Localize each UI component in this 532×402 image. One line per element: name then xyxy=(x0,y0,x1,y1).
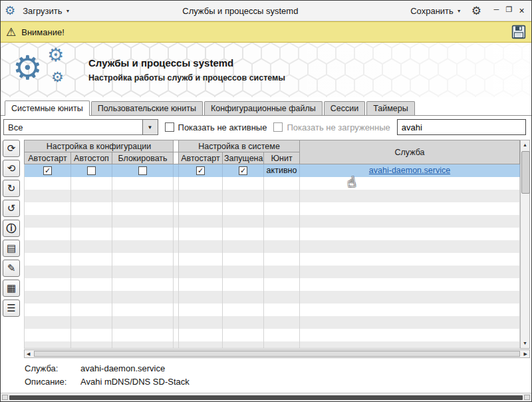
group-header-system: Настройка в системе xyxy=(179,140,300,152)
close-button[interactable]: × xyxy=(516,5,527,16)
scroll-right-icon[interactable]: ▶ xyxy=(524,351,527,357)
table-row-empty xyxy=(25,177,520,190)
main-area: ⟳ ⟲ ↻ ↺ ⓘ ▤ ✎ ▦ ☰ xyxy=(1,138,531,358)
service-link[interactable]: avahi-daemon.service xyxy=(369,166,450,175)
page-title: Службы и процессы systemd xyxy=(88,57,285,69)
table-row-avahi[interactable]: ✓ ✓ ✓ активно avahi-daemon.service xyxy=(25,164,520,177)
start-button[interactable]: ↻ xyxy=(3,180,20,197)
window-bottom-scrollbar[interactable] xyxy=(1,393,531,401)
checkbox-icon xyxy=(273,122,283,132)
unit-filter-select[interactable]: Все ▼ xyxy=(3,119,158,135)
column-header-running[interactable]: Запущена xyxy=(223,152,264,164)
autostart-config-checkbox[interactable]: ✓ xyxy=(43,166,52,175)
description-value: Avahi mDNS/DNS SD-Stack xyxy=(80,377,190,387)
gear-icon: ⚙ xyxy=(47,46,64,65)
unit-file-button[interactable]: ▤ xyxy=(3,240,20,257)
load-button[interactable]: Загрузить ▼ xyxy=(19,5,73,17)
column-header-unit[interactable]: Юнит xyxy=(264,152,300,164)
vertical-scrollbar[interactable]: ▲ ▼ xyxy=(520,140,530,349)
running-checkbox[interactable]: ✓ xyxy=(239,166,247,175)
scroll-right-button[interactable] xyxy=(524,395,530,400)
table-row-empty xyxy=(25,228,520,240)
page-subtitle: Настройка работы служб и процессов систе… xyxy=(88,73,285,83)
titlebar: ⚙ Загрузить ▼ Службы и процессы systemd … xyxy=(1,1,531,21)
settings-gear-icon[interactable]: ⚙ xyxy=(469,4,484,18)
column-header-autostop[interactable]: Автостоп xyxy=(71,152,112,164)
save-file-icon[interactable] xyxy=(511,25,526,39)
show-inactive-checkbox[interactable]: Показать не активные xyxy=(165,122,267,132)
column-spacer xyxy=(174,152,179,164)
table-row-empty xyxy=(25,253,520,266)
save-button[interactable]: Сохранить ▼ xyxy=(407,5,465,17)
scroll-up-icon[interactable]: ▲ xyxy=(523,140,527,150)
search-input[interactable] xyxy=(397,119,526,135)
details-panel: Служба: avahi-daemon.service Описание: A… xyxy=(1,358,531,393)
vertical-scrollbar-thumb[interactable] xyxy=(521,151,530,194)
table-row-empty xyxy=(25,303,520,316)
scroll-down-icon[interactable]: ▼ xyxy=(523,339,527,348)
window-title: Службы и процессы systemd xyxy=(77,6,403,16)
warning-icon: ⚠ xyxy=(6,27,16,38)
tab-bar: Системные юниты Пользовательские юниты К… xyxy=(1,97,531,116)
column-header-autostart-config[interactable]: Автостарт xyxy=(25,152,71,164)
journal-button[interactable]: ▦ xyxy=(3,280,20,297)
block-checkbox[interactable] xyxy=(138,166,147,175)
scroll-left-icon[interactable]: ◀ xyxy=(27,351,30,357)
tab-sessions[interactable]: Сессии xyxy=(324,101,365,115)
info-button[interactable]: ⓘ xyxy=(3,220,20,237)
edit-unit-button[interactable]: ✎ xyxy=(3,260,20,277)
table-wrap: Настройка в конфигурации Настройка в сис… xyxy=(24,140,530,358)
horizontal-scrollbar[interactable]: ◀ ▶ xyxy=(24,349,530,358)
unit-filter-value: Все xyxy=(4,120,142,134)
service-value: avahi-daemon.service xyxy=(80,363,165,373)
save-button-label: Сохранить xyxy=(410,6,454,16)
gear-icon: ⚙ xyxy=(13,51,43,85)
autostop-checkbox[interactable] xyxy=(87,166,96,175)
horizontal-scrollbar-thumb[interactable] xyxy=(34,351,520,357)
table-row-empty xyxy=(25,202,520,215)
load-button-label: Загрузить xyxy=(23,6,62,16)
restart-button[interactable]: ⟲ xyxy=(3,160,20,177)
checkbox-icon[interactable] xyxy=(165,122,174,132)
stop-button[interactable]: ↺ xyxy=(3,200,20,217)
column-spacer xyxy=(174,140,179,152)
column-spacer xyxy=(174,164,179,177)
table-row-empty xyxy=(25,278,520,291)
tab-user-units[interactable]: Пользовательские юниты xyxy=(91,101,203,115)
column-header-autostart-system[interactable]: Автостарт xyxy=(179,152,223,164)
unit-state: активно xyxy=(264,164,300,177)
side-toolbar: ⟳ ⟲ ↻ ↺ ⓘ ▤ ✎ ▦ ☰ xyxy=(3,140,21,358)
table-row-empty xyxy=(25,240,520,253)
app-header: ⚙ ⚙ ⚙ Службы и процессы systemd Настройк… xyxy=(1,43,531,97)
list-button[interactable]: ☰ xyxy=(3,300,20,317)
gear-icon: ⚙ xyxy=(51,70,64,84)
group-header-row: Настройка в конфигурации Настройка в сис… xyxy=(25,140,520,152)
autostart-system-checkbox[interactable]: ✓ xyxy=(196,166,205,175)
warning-bar: ⚠ Внимание! xyxy=(1,21,531,43)
app-window: ⚙ Загрузить ▼ Службы и процессы systemd … xyxy=(0,0,532,402)
minimize-button[interactable]: ─ xyxy=(491,5,502,13)
table-row-empty xyxy=(25,291,520,303)
show-unloaded-label: Показать не загруженные xyxy=(287,122,390,132)
tab-system-units[interactable]: Системные юниты xyxy=(5,100,90,116)
app-logo-gears-icon: ⚙ ⚙ ⚙ xyxy=(13,46,76,94)
scroll-left-button[interactable] xyxy=(2,395,8,400)
table-row-empty xyxy=(25,316,520,329)
table-row-empty xyxy=(25,266,520,278)
chevron-down-icon[interactable]: ▼ xyxy=(142,120,158,134)
service-label: Служба: xyxy=(25,363,80,373)
column-header-service[interactable]: Служба xyxy=(300,140,520,164)
maximize-button[interactable]: ❐ xyxy=(503,5,515,14)
table-row-empty xyxy=(25,341,520,349)
table-row-empty xyxy=(25,190,520,202)
group-header-config: Настройка в конфигурации xyxy=(25,140,174,152)
show-inactive-label: Показать не активные xyxy=(178,122,267,132)
warning-text: Внимание! xyxy=(21,27,65,37)
column-header-block[interactable]: Блокировать xyxy=(112,152,174,164)
table-row-empty xyxy=(25,329,520,341)
refresh-button[interactable]: ⟳ xyxy=(3,140,20,157)
tab-config-files[interactable]: Конфигурационные файлы xyxy=(204,101,323,115)
table-row-empty xyxy=(25,215,520,228)
bottom-scrollbar-thumb[interactable] xyxy=(9,395,523,400)
tab-timers[interactable]: Таймеры xyxy=(366,101,415,115)
